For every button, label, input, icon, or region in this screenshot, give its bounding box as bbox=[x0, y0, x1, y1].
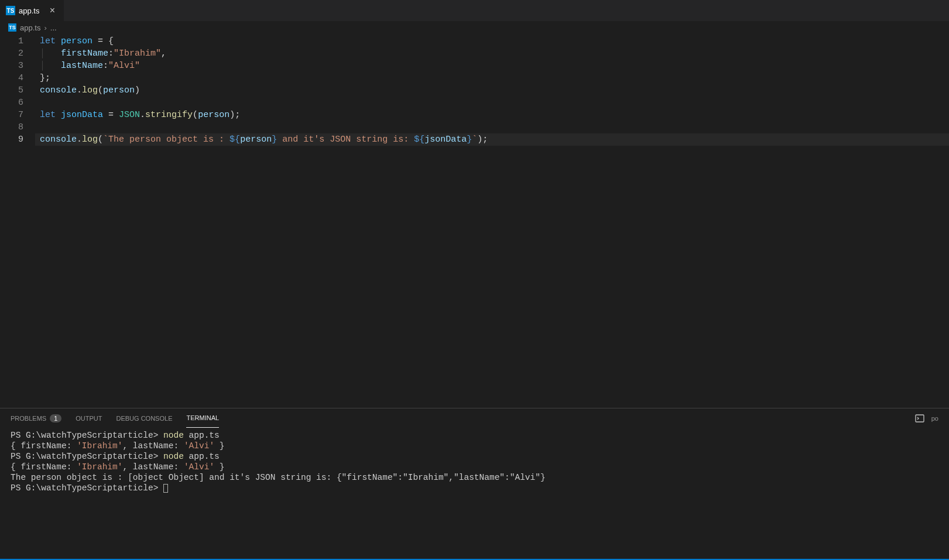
tab-debug-console[interactable]: DEBUG CONSOLE bbox=[117, 408, 173, 428]
svg-rect-0 bbox=[916, 415, 924, 422]
line-number: 4 bbox=[0, 72, 23, 84]
code-line[interactable]: console.log(person) bbox=[35, 84, 949, 97]
breadcrumb-more: ... bbox=[50, 23, 57, 32]
breadcrumb-file: app.ts bbox=[20, 23, 40, 32]
typescript-icon: TS bbox=[6, 6, 15, 15]
terminal-line: PS G:\watchTypeScriptarticle> node app.t… bbox=[11, 451, 938, 462]
terminal-line: { firstName: 'Ibrahim', lastName: 'Alvi'… bbox=[11, 462, 938, 472]
code-content[interactable]: let person = { │ firstName:"Ibrahim", │ … bbox=[35, 35, 949, 408]
terminal-line: PS G:\watchTypeScriptarticle> node app.t… bbox=[11, 430, 938, 441]
line-number: 1 bbox=[0, 35, 23, 47]
code-line[interactable] bbox=[35, 121, 949, 133]
tab-label: PROBLEMS bbox=[11, 415, 46, 422]
tab-terminal[interactable]: TERMINAL bbox=[186, 408, 219, 428]
code-line[interactable]: │ firstName:"Ibrahim", bbox=[35, 47, 949, 60]
problems-badge: 1 bbox=[50, 414, 61, 422]
code-line[interactable]: let person = { bbox=[35, 35, 949, 47]
breadcrumb[interactable]: TS app.ts › ... bbox=[0, 21, 949, 34]
line-number: 7 bbox=[0, 109, 23, 121]
code-line[interactable]: console.log(`The person object is : ${pe… bbox=[35, 133, 949, 146]
typescript-icon: TS bbox=[8, 23, 16, 32]
terminal-line: PS G:\watchTypeScriptarticle> bbox=[11, 483, 938, 493]
tab-problems[interactable]: PROBLEMS 1 bbox=[11, 408, 61, 428]
line-number: 9 bbox=[0, 133, 23, 146]
tab-label: app.ts bbox=[19, 6, 39, 15]
panel-actions: po bbox=[915, 414, 938, 423]
cursor bbox=[163, 484, 168, 493]
panel-tab-bar: PROBLEMS 1 OUTPUT DEBUG CONSOLE TERMINAL… bbox=[0, 408, 949, 428]
line-number: 8 bbox=[0, 121, 23, 133]
close-icon[interactable]: × bbox=[47, 5, 57, 16]
chevron-right-icon: › bbox=[44, 23, 46, 32]
tab-output[interactable]: OUTPUT bbox=[76, 408, 102, 428]
bottom-panel: PROBLEMS 1 OUTPUT DEBUG CONSOLE TERMINAL… bbox=[0, 408, 949, 559]
line-number: 3 bbox=[0, 60, 23, 72]
code-line[interactable] bbox=[35, 97, 949, 109]
editor-tab-bar: TS app.ts × bbox=[0, 0, 949, 21]
terminal-line: { firstName: 'Ibrahim', lastName: 'Alvi'… bbox=[11, 441, 938, 451]
line-gutter: 1 2 3 4 5 6 7 8 9 bbox=[0, 35, 35, 408]
code-line[interactable]: let jsonData = JSON.stringify(person); bbox=[35, 109, 949, 121]
code-editor[interactable]: 1 2 3 4 5 6 7 8 9 let person = { │ first… bbox=[0, 34, 949, 408]
terminal-line: The person object is : [object Object] a… bbox=[11, 472, 938, 483]
terminal[interactable]: PS G:\watchTypeScriptarticle> node app.t… bbox=[0, 428, 949, 559]
terminal-shell-label: po bbox=[931, 415, 938, 422]
code-line[interactable]: }; bbox=[35, 72, 949, 84]
code-line[interactable]: │ lastName:"Alvi" bbox=[35, 60, 949, 72]
terminal-icon[interactable] bbox=[915, 414, 924, 423]
line-number: 5 bbox=[0, 84, 23, 97]
line-number: 2 bbox=[0, 47, 23, 60]
tab-app-ts[interactable]: TS app.ts × bbox=[0, 0, 64, 21]
line-number: 6 bbox=[0, 97, 23, 109]
